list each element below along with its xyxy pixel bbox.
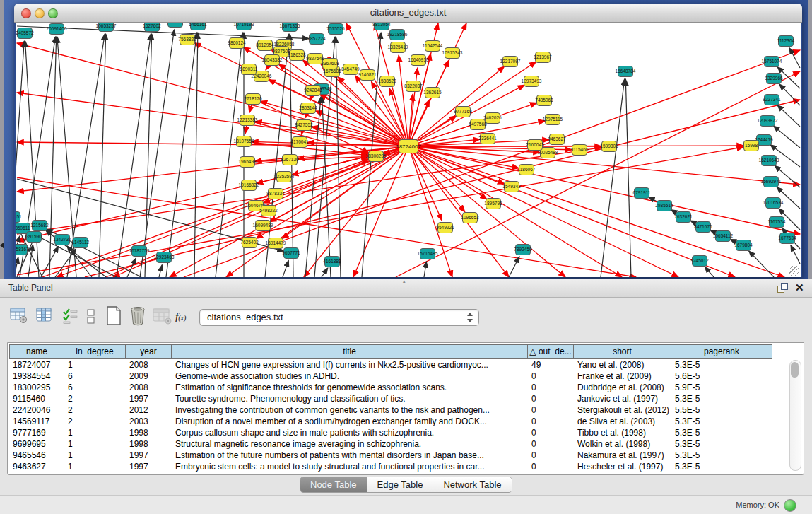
table-row[interactable]: 2242004622012Investigating the contribut… bbox=[9, 404, 772, 416]
table-cell[interactable]: 9115460 bbox=[9, 393, 64, 404]
window-resize-grip[interactable] bbox=[789, 266, 799, 276]
table-row[interactable]: 1872400712008Changes of HCN gene express… bbox=[9, 359, 772, 370]
window-titlebar[interactable]: citations_edges.txt bbox=[14, 4, 802, 23]
table-cell[interactable]: Corpus callosum shape and size in male p… bbox=[172, 427, 528, 438]
scrollbar-thumb[interactable] bbox=[791, 362, 799, 378]
table-cell[interactable]: 1 bbox=[64, 461, 126, 472]
column-header-name[interactable]: name bbox=[9, 344, 64, 359]
table-cell[interactable]: 5.9E-5 bbox=[671, 382, 772, 393]
table-cell[interactable]: Changes of HCN gene expression and I(f) … bbox=[172, 359, 528, 370]
table-cell[interactable]: 2012 bbox=[126, 404, 172, 416]
graph-edge[interactable] bbox=[509, 257, 519, 277]
graph-edge[interactable] bbox=[791, 245, 800, 264]
table-cell[interactable]: 0 bbox=[528, 393, 574, 404]
table-cell[interactable]: 5.3E-5 bbox=[671, 461, 772, 472]
table-panel-titlebar[interactable]: ▴ Table Panel ✕ bbox=[0, 279, 812, 298]
table-cell[interactable]: 6 bbox=[64, 382, 126, 393]
table-cell[interactable]: 0 bbox=[528, 427, 574, 438]
table-cell[interactable]: 1997 bbox=[126, 393, 172, 404]
table-cell[interactable]: 2003 bbox=[126, 416, 172, 427]
show-columns-icon[interactable] bbox=[35, 307, 55, 327]
table-row[interactable]: 1938455462009Genome-wide association stu… bbox=[9, 370, 772, 382]
table-cell[interactable]: 14569117 bbox=[9, 416, 64, 427]
table-cell[interactable]: 5.5E-5 bbox=[671, 404, 772, 416]
table-cell[interactable]: Structural magnetic resonance image aver… bbox=[172, 438, 528, 450]
float-window-icon[interactable] bbox=[777, 283, 787, 293]
column-header-in_degree[interactable]: in_degree bbox=[64, 344, 126, 359]
table-cell[interactable]: 5.3E-5 bbox=[671, 359, 772, 370]
table-cell[interactable]: 18724007 bbox=[9, 359, 64, 370]
table-cell[interactable]: 1 bbox=[64, 359, 126, 370]
table-cell[interactable]: 5.3E-5 bbox=[671, 438, 772, 450]
table-cell[interactable]: Wolkin et al. (1998) bbox=[574, 438, 671, 450]
table-cell[interactable]: 5.6E-5 bbox=[671, 370, 772, 382]
table-cell[interactable]: 2008 bbox=[126, 382, 172, 393]
table-cell[interactable]: Dudbridge et al. (2008) bbox=[574, 382, 671, 393]
rows-icon[interactable] bbox=[86, 309, 106, 329]
column-header-short[interactable]: short bbox=[574, 344, 671, 359]
delete-table-trash-icon[interactable] bbox=[129, 305, 148, 325]
table-cell[interactable]: 1998 bbox=[126, 438, 172, 450]
graph-edge[interactable] bbox=[322, 268, 328, 277]
table-cell[interactable]: 0 bbox=[528, 450, 574, 461]
table-cell[interactable]: Investigating the contribution of common… bbox=[172, 404, 528, 416]
graph-edge[interactable] bbox=[601, 79, 625, 277]
table-cell[interactable]: Hescheler et al. (1997) bbox=[574, 461, 671, 472]
table-cell[interactable]: Estimation of the future numbers of pati… bbox=[172, 450, 528, 461]
table-cell[interactable]: 1 bbox=[64, 427, 126, 438]
graph-edge[interactable] bbox=[17, 93, 408, 146]
close-panel-icon[interactable]: ✕ bbox=[795, 281, 804, 294]
table-cell[interactable]: 9777169 bbox=[9, 427, 64, 438]
graph-edge[interactable] bbox=[159, 265, 162, 277]
table-cell[interactable]: 1997 bbox=[126, 461, 172, 472]
table-row[interactable]: 1456911722003Disruption of a novel membe… bbox=[9, 416, 772, 427]
table-cell[interactable]: 9463627 bbox=[9, 461, 64, 472]
table-cell[interactable]: 1 bbox=[64, 450, 126, 461]
table-cell[interactable]: Disruption of a novel member of a sodium… bbox=[172, 416, 528, 427]
table-cell[interactable]: 2009 bbox=[126, 370, 172, 382]
table-cell[interactable]: 2 bbox=[64, 404, 126, 416]
table-cell[interactable]: 5.3E-5 bbox=[671, 393, 772, 404]
graph-edge[interactable] bbox=[424, 262, 426, 277]
tab-network-table[interactable]: Network Table bbox=[433, 477, 511, 492]
table-row[interactable]: 911546021997Tourette syndrome. Phenomeno… bbox=[9, 393, 772, 404]
graph-edge[interactable] bbox=[749, 251, 774, 277]
table-row[interactable]: 977716911998Corpus callosum shape and si… bbox=[9, 427, 772, 438]
graph-edge[interactable] bbox=[777, 105, 800, 127]
citation-network-graph[interactable]: 1872400718300295240557220691406106532571… bbox=[16, 23, 801, 277]
table-cell[interactable]: Embryonic stem cells: a model to study s… bbox=[172, 461, 528, 472]
table-row[interactable]: 946554611997Estimation of the future num… bbox=[9, 450, 772, 461]
table-cell[interactable]: 1998 bbox=[126, 427, 172, 438]
table-cell[interactable]: 1997 bbox=[126, 450, 172, 461]
table-cell[interactable]: de Silva et al. (2003) bbox=[574, 416, 671, 427]
table-cell[interactable]: Nakamura et al. (1997) bbox=[574, 450, 671, 461]
splitpane-grip-icon[interactable]: ▴ bbox=[403, 279, 410, 283]
graph-edge[interactable] bbox=[625, 79, 631, 277]
table-cell[interactable]: 9699695 bbox=[9, 438, 64, 450]
select-columns-icon[interactable] bbox=[62, 308, 82, 328]
graph-edge[interactable] bbox=[322, 97, 331, 277]
table-cell[interactable]: 5.3E-5 bbox=[671, 427, 772, 438]
table-cell[interactable]: 19384554 bbox=[9, 370, 64, 382]
table-cell[interactable]: 0 bbox=[528, 382, 574, 393]
table-cell[interactable]: Genome-wide association studies in ADHD. bbox=[172, 370, 528, 382]
table-cell[interactable]: 9465546 bbox=[9, 450, 64, 461]
graph-edge[interactable] bbox=[283, 260, 288, 277]
vertical-scrollbar[interactable] bbox=[789, 360, 801, 471]
splitpane-collapse-icon[interactable] bbox=[0, 242, 4, 249]
table-cell[interactable]: Franke et al. (2009) bbox=[574, 370, 671, 382]
tab-node-table[interactable]: Node Table bbox=[300, 477, 367, 492]
graph-edge[interactable] bbox=[166, 33, 197, 277]
function-builder-icon[interactable]: f(x) bbox=[175, 311, 195, 331]
table-cell[interactable]: 5.3E-5 bbox=[671, 450, 772, 461]
table-cell[interactable]: 0 bbox=[528, 416, 574, 427]
table-cell[interactable]: 0 bbox=[528, 370, 574, 382]
table-cell[interactable]: 22420046 bbox=[9, 404, 64, 416]
table-cell[interactable]: Yano et al. (2008) bbox=[574, 359, 671, 370]
graph-edge[interactable] bbox=[271, 49, 408, 146]
graph-edge[interactable] bbox=[99, 34, 106, 277]
table-cell[interactable]: Jankovic et al. (1997) bbox=[574, 393, 671, 404]
table-cell[interactable]: 0 bbox=[528, 404, 574, 416]
table-cell[interactable]: Stergiakouli et al. (2012) bbox=[574, 404, 671, 416]
graph-edge[interactable] bbox=[773, 126, 800, 148]
